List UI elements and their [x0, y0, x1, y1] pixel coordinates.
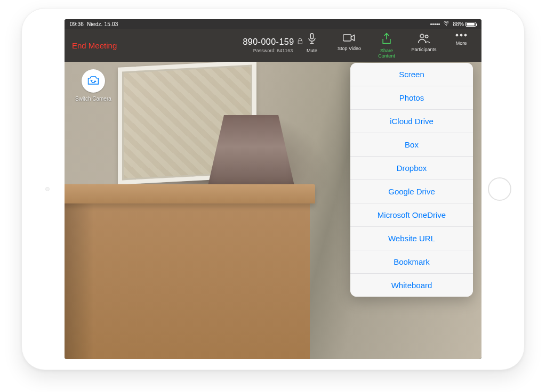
mute-label: Mute: [307, 48, 317, 53]
cellular-dots-icon: •••••: [430, 21, 440, 27]
battery-indicator: 88%: [453, 21, 476, 27]
share-option-photos[interactable]: Photos: [350, 86, 473, 110]
svg-point-4: [425, 35, 428, 37]
share-content-button[interactable]: Share Content: [373, 32, 400, 59]
svg-rect-1: [310, 33, 313, 38]
wifi-icon: [443, 21, 449, 27]
video-feed[interactable]: Switch Camera Screen Photos iCloud Drive…: [65, 62, 481, 359]
switch-camera-button[interactable]: Switch Camera: [75, 69, 111, 102]
stop-video-label: Stop Video: [338, 46, 361, 51]
switch-camera-icon: [87, 75, 100, 87]
participants-icon: [417, 32, 431, 45]
mic-icon: [306, 32, 318, 46]
ipad-home-button[interactable]: [488, 177, 511, 201]
ipad-frame: 09:36 Niedz. 15.03 ••••• 88% End Meeting…: [21, 8, 525, 370]
svg-point-3: [420, 34, 424, 38]
video-icon: [342, 32, 356, 44]
participants-label: Participants: [411, 47, 436, 52]
share-option-google-drive[interactable]: Google Drive: [350, 180, 473, 203]
meeting-id: 890-000-159: [243, 37, 294, 47]
share-option-onedrive[interactable]: Microsoft OneDrive: [350, 203, 473, 227]
more-button[interactable]: More: [447, 32, 475, 59]
status-bar: 09:36 Niedz. 15.03 ••••• 88%: [65, 19, 481, 29]
share-option-dropbox[interactable]: Dropbox: [350, 157, 473, 180]
more-label: More: [456, 40, 467, 46]
svg-point-5: [456, 34, 458, 36]
room-dresser: [65, 199, 310, 359]
participants-button[interactable]: Participants: [410, 32, 438, 59]
status-date: Niedz. 15.03: [87, 21, 118, 27]
share-icon: [381, 32, 392, 46]
share-option-whiteboard[interactable]: Whiteboard: [350, 274, 473, 297]
status-time: 09:36: [70, 21, 84, 27]
svg-point-0: [446, 25, 447, 26]
svg-point-7: [464, 34, 467, 36]
share-option-box[interactable]: Box: [350, 133, 473, 157]
svg-point-6: [460, 34, 462, 36]
battery-percent: 88%: [453, 21, 464, 27]
end-meeting-button[interactable]: End Meeting: [68, 38, 121, 53]
share-option-icloud-drive[interactable]: iCloud Drive: [350, 110, 473, 133]
share-option-screen[interactable]: Screen: [350, 63, 473, 86]
share-content-menu: Screen Photos iCloud Drive Box Dropbox G…: [350, 63, 473, 297]
stop-video-button[interactable]: Stop Video: [335, 32, 363, 59]
switch-camera-label: Switch Camera: [75, 96, 111, 102]
ipad-front-camera: [45, 187, 50, 191]
meeting-topbar: End Meeting 890-000-159 Password: 641163…: [65, 29, 481, 62]
screen: 09:36 Niedz. 15.03 ••••• 88% End Meeting…: [65, 19, 481, 359]
share-content-label: Share Content: [373, 48, 400, 59]
meeting-password: Password: 641163: [243, 48, 303, 53]
more-icon: [455, 32, 468, 39]
svg-rect-2: [343, 34, 351, 40]
share-option-bookmark[interactable]: Bookmark: [350, 250, 473, 274]
share-option-website-url[interactable]: Website URL: [350, 227, 473, 250]
meeting-info[interactable]: 890-000-159 Password: 641163: [243, 37, 303, 53]
lock-icon: [298, 37, 303, 47]
